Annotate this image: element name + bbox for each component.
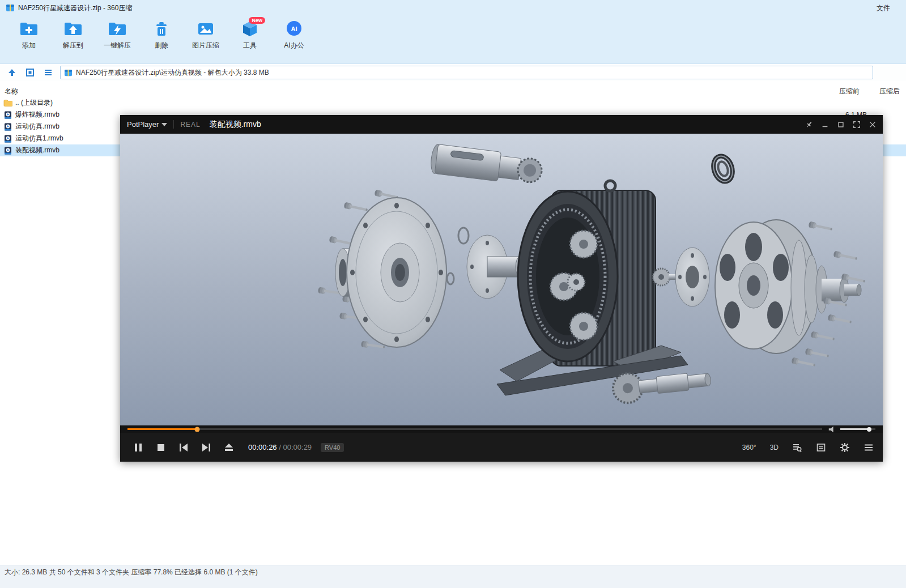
list-header: 名称 压缩前 压缩后 <box>0 86 906 97</box>
pin-button[interactable] <box>803 119 815 130</box>
volume-slider[interactable] <box>840 428 875 430</box>
volume-handle[interactable] <box>867 427 871 432</box>
eject-icon <box>224 442 234 453</box>
view-thumbnail-button[interactable] <box>24 66 36 79</box>
time-display: 00:00:26 / 00:00:29 <box>248 443 312 451</box>
delete-label: 删除 <box>155 41 168 50</box>
time-total: 00:00:29 <box>283 443 312 451</box>
view-list-button[interactable] <box>42 66 54 79</box>
status-text: 大小: 26.3 MB 共 50 个文件和 3 个文件夹 压缩率 77.8% 已… <box>5 568 258 576</box>
one-click-extract-label: 一键解压 <box>104 41 131 50</box>
column-size-after[interactable]: 压缩后 <box>879 87 906 96</box>
ai-office-icon: AI <box>284 19 304 39</box>
player-media-title: 装配视频.rmvb <box>210 120 261 130</box>
image-compress-button[interactable]: 图片压缩 <box>188 19 223 50</box>
control-panel-icon <box>816 442 826 453</box>
window-title: NAF250行星减速器设计.zip - 360压缩 <box>18 3 132 13</box>
player-right-controls: 360° 3D <box>742 442 874 453</box>
player-controls: 00:00:26 / 00:00:29 RV40 360° 3D <box>120 433 883 462</box>
settings-gear-icon <box>840 442 850 453</box>
one-click-extract-button[interactable]: 一键解压 <box>100 19 135 50</box>
file-menu[interactable]: 文件 <box>877 3 890 13</box>
column-size-before[interactable]: 压缩前 <box>839 87 860 96</box>
seek-row <box>120 425 883 433</box>
svg-text:AI: AI <box>291 25 297 32</box>
video-360-button[interactable]: 360° <box>742 444 756 451</box>
playlist-search-button[interactable] <box>792 442 802 453</box>
speaker-icon <box>828 425 836 433</box>
column-name[interactable]: 名称 <box>5 87 18 96</box>
fullscreen-button[interactable] <box>851 119 862 130</box>
control-panel-button[interactable] <box>816 442 826 453</box>
next-icon <box>201 442 211 453</box>
pause-icon <box>133 442 143 453</box>
up-directory-button[interactable] <box>6 66 18 79</box>
folder-icon <box>3 99 12 108</box>
titlebar-divider <box>173 120 174 129</box>
previous-icon <box>178 442 189 453</box>
menu-icon <box>864 442 874 453</box>
seek-bar[interactable] <box>127 428 822 430</box>
file-name: .. (上级目录) <box>15 98 776 108</box>
rmvb-file-icon <box>3 134 12 143</box>
rmvb-file-icon <box>3 122 12 131</box>
image-compress-icon <box>195 19 216 39</box>
pause-button[interactable] <box>127 437 150 458</box>
volume-group <box>828 425 875 433</box>
title-bar: NAF250行星减速器设计.zip - 360压缩 文件 <box>0 0 906 16</box>
stream-type-label: REAL <box>180 121 200 129</box>
seek-handle[interactable] <box>194 427 199 432</box>
menu-button[interactable] <box>864 442 874 453</box>
tools-button[interactable]: New 工具 <box>232 19 267 50</box>
ai-office-button[interactable]: AI AI办公 <box>277 19 312 50</box>
time-separator: / <box>279 443 281 451</box>
minimize-button[interactable] <box>819 119 831 130</box>
volume-fill <box>840 428 869 430</box>
playlist-search-icon <box>792 442 802 453</box>
previous-button[interactable] <box>172 437 195 458</box>
one-click-extract-icon <box>107 19 127 39</box>
next-button[interactable] <box>195 437 218 458</box>
zip-app-icon <box>6 3 15 12</box>
delete-button[interactable]: 删除 <box>144 19 179 50</box>
address-path: NAF250行星减速器设计.zip\运动仿真视频 - 解包大小为 33.8 MB <box>76 68 269 78</box>
seek-progress <box>127 428 197 430</box>
navigation-row: NAF250行星减速器设计.zip\运动仿真视频 - 解包大小为 33.8 MB <box>0 64 906 81</box>
cad-exploded-view <box>120 134 883 425</box>
list-item-parent-dir[interactable]: .. (上级目录) <box>0 97 906 109</box>
chevron-down-icon <box>161 123 167 126</box>
image-compress-label: 图片压缩 <box>192 41 219 50</box>
player-title-bar[interactable]: PotPlayer REAL 装配视频.rmvb <box>120 115 883 134</box>
settings-button[interactable] <box>840 442 850 453</box>
new-badge: New <box>249 17 265 24</box>
toolbar: 添加 解压到 一键解压 删除 图片压缩 New <box>0 16 906 64</box>
codec-badge: RV40 <box>321 443 344 452</box>
add-button[interactable]: 添加 <box>11 19 46 50</box>
ai-office-label: AI办公 <box>284 41 304 50</box>
maximize-button[interactable] <box>835 119 847 130</box>
add-label: 添加 <box>22 41 36 50</box>
potplayer-window: PotPlayer REAL 装配视频.rmvb <box>120 115 883 462</box>
time-current: 00:00:26 <box>248 443 277 451</box>
rmvb-file-icon <box>3 146 12 155</box>
add-folder-icon <box>19 19 39 39</box>
extract-to-label: 解压到 <box>63 41 83 50</box>
player-window-controls <box>803 119 878 130</box>
status-bar: 大小: 26.3 MB 共 50 个文件和 3 个文件夹 压缩率 77.8% 已… <box>0 565 906 588</box>
player-app-name: PotPlayer <box>127 120 159 129</box>
extract-to-icon <box>63 19 83 39</box>
extract-to-button[interactable]: 解压到 <box>56 19 91 50</box>
archive-window: NAF250行星减速器设计.zip - 360压缩 文件 添加 解压到 一键解压 <box>0 0 906 588</box>
video-3d-button[interactable]: 3D <box>770 444 779 451</box>
open-eject-button[interactable] <box>218 437 240 458</box>
stop-button[interactable] <box>150 437 172 458</box>
tools-label: 工具 <box>243 41 257 50</box>
video-display[interactable] <box>120 134 883 425</box>
delete-icon <box>151 19 172 39</box>
potplayer-menu-button[interactable]: PotPlayer <box>127 120 167 129</box>
stop-icon <box>156 442 166 453</box>
rmvb-file-icon <box>3 110 12 120</box>
close-button[interactable] <box>867 119 878 130</box>
zip-file-icon <box>64 69 73 77</box>
address-bar[interactable]: NAF250行星减速器设计.zip\运动仿真视频 - 解包大小为 33.8 MB <box>60 66 873 79</box>
